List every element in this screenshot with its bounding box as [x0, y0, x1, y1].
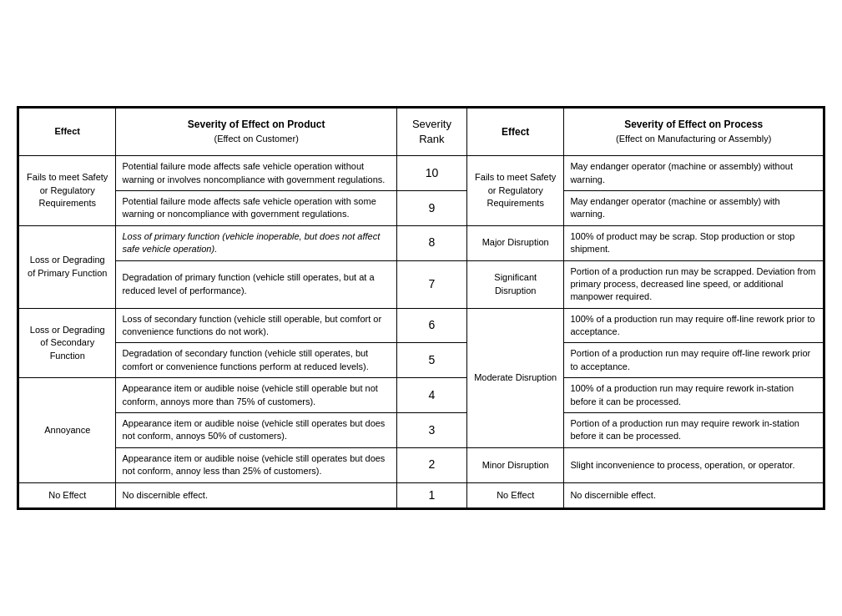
process-description: May endanger operator (machine or assemb… — [564, 156, 824, 191]
process-description: 100% of a production run may require off… — [564, 308, 824, 343]
process-effect-label: Fails to meet Safety or Regulatory Requi… — [466, 156, 563, 226]
effect-label: Loss or Degrading of Primary Function — [19, 225, 116, 308]
product-description: Appearance item or audible noise (vehicl… — [116, 413, 396, 448]
product-description: Potential failure mode affects safe vehi… — [116, 156, 396, 191]
table-row: AnnoyanceAppearance item or audible nois… — [19, 378, 824, 413]
process-description: 100% of product may be scrap. Stop produ… — [564, 225, 824, 260]
severity-rank: 4 — [396, 378, 466, 413]
severity-rank: 9 — [396, 190, 466, 225]
product-description: Loss of primary function (vehicle inoper… — [116, 225, 396, 260]
fmea-severity-table: Effect Severity of Effect on Product (Ef… — [17, 106, 825, 510]
effect-label: No Effect — [19, 482, 116, 508]
table-row: Loss or Degrading of Secondary FunctionL… — [19, 308, 824, 343]
table-row: Degradation of secondary function (vehic… — [19, 343, 824, 378]
effect-label: Loss or Degrading of Secondary Function — [19, 308, 116, 378]
severity-rank: 5 — [396, 343, 466, 378]
table-row: Appearance item or audible noise (vehicl… — [19, 447, 824, 482]
header-effect2: Effect — [466, 108, 563, 155]
effect-label: Annoyance — [19, 378, 116, 482]
severity-rank: 8 — [396, 225, 466, 260]
process-effect-label: No Effect — [466, 482, 563, 508]
severity-rank: 2 — [396, 447, 466, 482]
severity-rank: 1 — [396, 482, 466, 508]
process-description: May endanger operator (machine or assemb… — [564, 190, 824, 225]
process-description: Portion of a production run may require … — [564, 413, 824, 448]
table-row: Potential failure mode affects safe vehi… — [19, 190, 824, 225]
process-effect-label: Moderate Disruption — [466, 308, 563, 447]
header-effect: Effect — [19, 108, 116, 155]
table-row: Appearance item or audible noise (vehicl… — [19, 413, 824, 448]
product-description: Degradation of primary function (vehicle… — [116, 260, 396, 308]
header-severity-product: Severity of Effect on Product (Effect on… — [116, 108, 396, 155]
process-effect-label: Major Disruption — [466, 225, 563, 260]
product-description: Degradation of secondary function (vehic… — [116, 343, 396, 378]
header-severity-rank: Severity Rank — [396, 108, 466, 155]
table-row: No EffectNo discernible effect.1No Effec… — [19, 482, 824, 508]
product-description: Loss of secondary function (vehicle stil… — [116, 308, 396, 343]
process-description: Slight inconvenience to process, operati… — [564, 447, 824, 482]
product-description: No discernible effect. — [116, 482, 396, 508]
severity-rank: 3 — [396, 413, 466, 448]
product-description: Appearance item or audible noise (vehicl… — [116, 378, 396, 413]
process-effect-label: Minor Disruption — [466, 447, 563, 482]
header-severity-process: Severity of Effect on Process (Effect on… — [564, 108, 824, 155]
table-row: Loss or Degrading of Primary FunctionLos… — [19, 225, 824, 260]
severity-rank: 10 — [396, 156, 466, 191]
product-description: Appearance item or audible noise (vehicl… — [116, 447, 396, 482]
severity-rank: 6 — [396, 308, 466, 343]
table-row: Degradation of primary function (vehicle… — [19, 260, 824, 308]
effect-label: Fails to meet Safety or Regulatory Requi… — [19, 156, 116, 226]
process-description: Portion of a production run may require … — [564, 343, 824, 378]
process-effect-label: Significant Disruption — [466, 260, 563, 308]
table-row: Fails to meet Safety or Regulatory Requi… — [19, 156, 824, 191]
process-description: No discernible effect. — [564, 482, 824, 508]
severity-rank: 7 — [396, 260, 466, 308]
product-description: Potential failure mode affects safe vehi… — [116, 190, 396, 225]
process-description: Portion of a production run may be scrap… — [564, 260, 824, 308]
process-description: 100% of a production run may require rew… — [564, 378, 824, 413]
